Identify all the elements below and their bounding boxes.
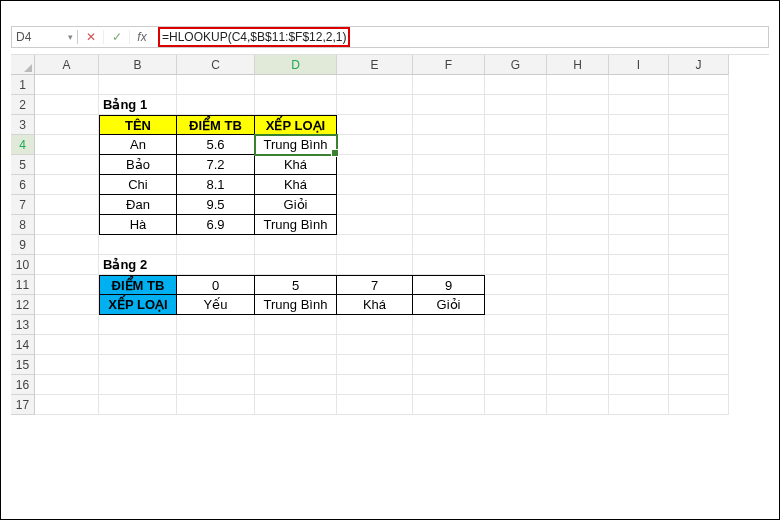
cell-A7[interactable] <box>35 195 99 215</box>
cell-H3[interactable] <box>547 115 609 135</box>
cell-I1[interactable] <box>609 75 669 95</box>
cell-I14[interactable] <box>609 335 669 355</box>
row-header-13[interactable]: 13 <box>11 315 35 335</box>
cell-D13[interactable] <box>255 315 337 335</box>
row-header-9[interactable]: 9 <box>11 235 35 255</box>
cell-A16[interactable] <box>35 375 99 395</box>
col-header-I[interactable]: I <box>609 55 669 75</box>
cell-G4[interactable] <box>485 135 547 155</box>
col-header-F[interactable]: F <box>413 55 485 75</box>
cell-A2[interactable] <box>35 95 99 115</box>
cell-H14[interactable] <box>547 335 609 355</box>
cell-E7[interactable] <box>337 195 413 215</box>
cell-G12[interactable] <box>485 295 547 315</box>
cell-G5[interactable] <box>485 155 547 175</box>
cell-J10[interactable] <box>669 255 729 275</box>
col-header-H[interactable]: H <box>547 55 609 75</box>
cell-A13[interactable] <box>35 315 99 335</box>
table1-diem-0[interactable]: 5.6 <box>177 135 255 155</box>
cell-C1[interactable] <box>177 75 255 95</box>
cell-E5[interactable] <box>337 155 413 175</box>
table1-hdr-xeploai[interactable]: XẾP LOẠI <box>255 115 337 135</box>
cell-F7[interactable] <box>413 195 485 215</box>
cell-A10[interactable] <box>35 255 99 275</box>
cell-B9[interactable] <box>99 235 177 255</box>
table1-ten-0[interactable]: An <box>99 135 177 155</box>
cell-F8[interactable] <box>413 215 485 235</box>
cell-B13[interactable] <box>99 315 177 335</box>
cell-J13[interactable] <box>669 315 729 335</box>
cell-F17[interactable] <box>413 395 485 415</box>
cell-E8[interactable] <box>337 215 413 235</box>
cell-I7[interactable] <box>609 195 669 215</box>
cell-E16[interactable] <box>337 375 413 395</box>
cell-H8[interactable] <box>547 215 609 235</box>
cell-A4[interactable] <box>35 135 99 155</box>
cell-I3[interactable] <box>609 115 669 135</box>
table1-diem-1[interactable]: 7.2 <box>177 155 255 175</box>
cell-I17[interactable] <box>609 395 669 415</box>
cell-H16[interactable] <box>547 375 609 395</box>
cell-J1[interactable] <box>669 75 729 95</box>
cell-D9[interactable] <box>255 235 337 255</box>
cell-I4[interactable] <box>609 135 669 155</box>
cell-C16[interactable] <box>177 375 255 395</box>
col-header-C[interactable]: C <box>177 55 255 75</box>
cell-C10[interactable] <box>177 255 255 275</box>
cell-J7[interactable] <box>669 195 729 215</box>
cell-E2[interactable] <box>337 95 413 115</box>
cell-A8[interactable] <box>35 215 99 235</box>
cell-G15[interactable] <box>485 355 547 375</box>
cell-H4[interactable] <box>547 135 609 155</box>
cell-I15[interactable] <box>609 355 669 375</box>
cell-H15[interactable] <box>547 355 609 375</box>
cell-A6[interactable] <box>35 175 99 195</box>
cell-B14[interactable] <box>99 335 177 355</box>
row-header-16[interactable]: 16 <box>11 375 35 395</box>
row-header-4[interactable]: 4 <box>11 135 35 155</box>
cell-I11[interactable] <box>609 275 669 295</box>
cell-F1[interactable] <box>413 75 485 95</box>
cell-G1[interactable] <box>485 75 547 95</box>
cell-F2[interactable] <box>413 95 485 115</box>
cell-F14[interactable] <box>413 335 485 355</box>
cell-J15[interactable] <box>669 355 729 375</box>
cell-B16[interactable] <box>99 375 177 395</box>
cell-I16[interactable] <box>609 375 669 395</box>
table2-r1-0[interactable]: 0 <box>177 275 255 295</box>
table1-ten-4[interactable]: Hà <box>99 215 177 235</box>
row-header-3[interactable]: 3 <box>11 115 35 135</box>
cell-A15[interactable] <box>35 355 99 375</box>
cell-H10[interactable] <box>547 255 609 275</box>
cell-J3[interactable] <box>669 115 729 135</box>
cell-I9[interactable] <box>609 235 669 255</box>
cell-H13[interactable] <box>547 315 609 335</box>
select-all-triangle[interactable] <box>11 55 35 75</box>
cell-E14[interactable] <box>337 335 413 355</box>
col-header-B[interactable]: B <box>99 55 177 75</box>
cell-G3[interactable] <box>485 115 547 135</box>
cell-A12[interactable] <box>35 295 99 315</box>
cell-D14[interactable] <box>255 335 337 355</box>
cell-H2[interactable] <box>547 95 609 115</box>
cell-J8[interactable] <box>669 215 729 235</box>
formula-input[interactable]: =HLOOKUP(C4,$B$11:$F$12,2,1) <box>154 27 768 47</box>
table1-xl-3[interactable]: Giỏi <box>255 195 337 215</box>
cell-I2[interactable] <box>609 95 669 115</box>
cell-G14[interactable] <box>485 335 547 355</box>
row-header-17[interactable]: 17 <box>11 395 35 415</box>
cell-D15[interactable] <box>255 355 337 375</box>
cell-G6[interactable] <box>485 175 547 195</box>
cell-A3[interactable] <box>35 115 99 135</box>
cell-I8[interactable] <box>609 215 669 235</box>
cell-I6[interactable] <box>609 175 669 195</box>
table2-r2-3[interactable]: Giỏi <box>413 295 485 315</box>
cell-H7[interactable] <box>547 195 609 215</box>
cell-J17[interactable] <box>669 395 729 415</box>
cell-J4[interactable] <box>669 135 729 155</box>
cell-J11[interactable] <box>669 275 729 295</box>
cell-E15[interactable] <box>337 355 413 375</box>
cell-J16[interactable] <box>669 375 729 395</box>
cell-I12[interactable] <box>609 295 669 315</box>
cell-J12[interactable] <box>669 295 729 315</box>
